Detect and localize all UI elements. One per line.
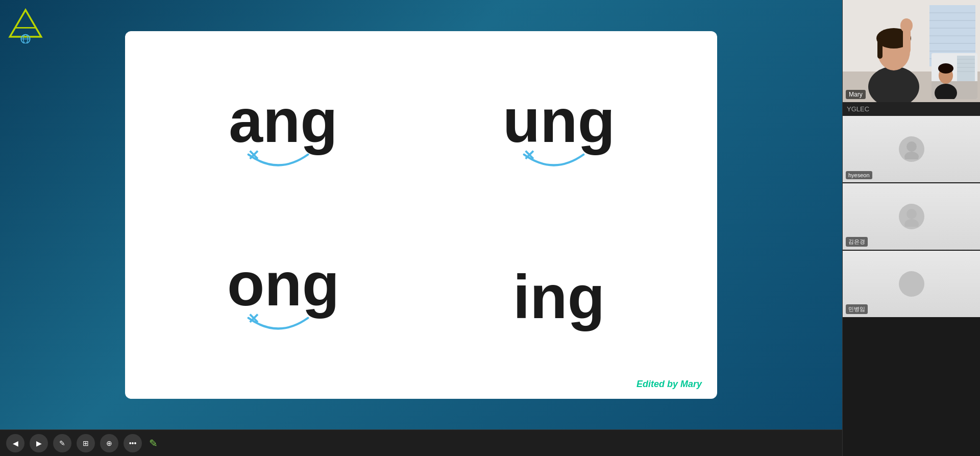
small-thumbnail <box>932 53 977 99</box>
more-button[interactable]: ••• <box>124 434 142 452</box>
word-cell-ong: ong ✕ <box>227 253 339 340</box>
pencil-indicator: ✎ <box>149 437 158 449</box>
svg-point-38 <box>904 286 919 294</box>
decoration-ang: ✕ <box>237 146 329 177</box>
right-panel: Mary YGLEC <box>842 0 980 456</box>
x-mark-ung: ✕ <box>523 149 535 163</box>
x-mark-ong: ✕ <box>248 312 259 326</box>
draw-button[interactable]: ✎ <box>53 434 71 452</box>
logo-area <box>8 8 43 43</box>
word-ang: ang <box>229 90 337 151</box>
svg-point-37 <box>906 276 917 286</box>
word-ung: ung <box>503 90 615 151</box>
svg-rect-19 <box>877 38 883 59</box>
prev-button[interactable]: ◀ <box>6 434 24 452</box>
mary-video-tile: Mary <box>843 0 980 102</box>
participant-name-hyeseon: hyeseon <box>846 171 872 179</box>
zoom-button[interactable]: ⊕ <box>100 434 118 452</box>
svg-point-34 <box>904 152 919 159</box>
svg-point-35 <box>906 209 917 219</box>
edited-label: Edited by Mary <box>636 379 702 390</box>
participant-tile-hyeseon: hyeseon <box>843 116 980 182</box>
participant-tile-kimeukyeong: 김은경 <box>843 183 980 250</box>
svg-point-32 <box>938 63 953 74</box>
participant-name-minbyungim: 민병임 <box>846 304 868 314</box>
svg-point-21 <box>900 18 913 33</box>
svg-point-36 <box>904 219 919 227</box>
main-area: ang ✕ ung ✕ on <box>0 0 842 456</box>
participants-list: hyeseon 김은경 <box>843 116 980 456</box>
word-ing: ing <box>513 266 605 327</box>
participant-avatar-kimeukyeong <box>899 204 924 229</box>
decoration-ong: ✕ <box>237 309 329 340</box>
next-button[interactable]: ▶ <box>30 434 48 452</box>
x-mark-ang: ✕ <box>248 149 259 163</box>
word-cell-ing: ing <box>513 266 605 327</box>
participant-tile-minbyungim: 민병임 <box>843 251 980 317</box>
word-ong: ong <box>227 253 339 315</box>
grid-button[interactable]: ⊞ <box>77 434 95 452</box>
bottom-toolbar: ◀ ▶ ✎ ⊞ ⊕ ••• ✎ <box>0 429 842 456</box>
word-cell-ang: ang ✕ <box>229 90 337 177</box>
participant-avatar-hyeseon <box>899 136 924 162</box>
participant-avatar-minbyungim <box>899 271 924 297</box>
presentation-area: ang ✕ ung ✕ on <box>0 0 842 429</box>
svg-marker-0 <box>10 10 41 37</box>
slide-frame: ang ✕ ung ✕ on <box>125 31 717 399</box>
word-cell-ung: ung ✕ <box>503 90 615 177</box>
decoration-ung: ✕ <box>513 146 605 177</box>
participant-name-kimeukyeong: 김은경 <box>846 237 868 247</box>
mary-name-label: Mary <box>846 90 866 99</box>
yglec-label: YGLEC <box>843 102 980 116</box>
svg-point-33 <box>906 141 917 152</box>
